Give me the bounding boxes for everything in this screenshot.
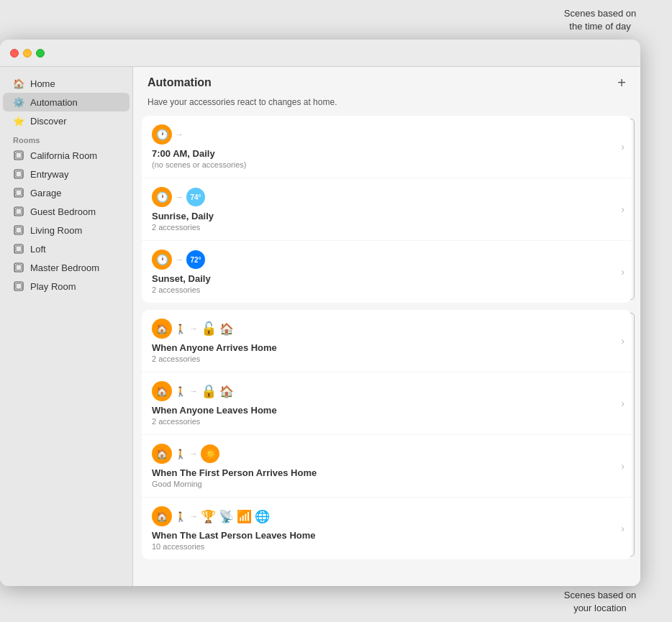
sidebar-item-living-room[interactable]: Living Room [3,221,130,239]
arrow-icon-5: → [189,386,198,396]
main-header: Automation + [133,67,640,96]
chevron-icon-2: › [621,203,625,215]
antenna-icon-2: 📶 [237,509,252,524]
temp-badge-74: 74° [186,188,205,206]
chevron-icon-4: › [621,335,625,347]
automation-item-sunrise[interactable]: 🕐 → 74° Sunrise, Daily 2 accessories › [142,178,632,240]
item-first-arrives-subtitle: Good Morning [152,480,610,488]
minimize-button[interactable] [23,49,32,58]
sidebar-item-play-room[interactable]: Play Room [3,277,130,296]
home-icon: 🏠 [13,78,24,89]
lamp-icon: 🏆 [201,509,216,524]
person-icon: 🚶 [175,324,186,334]
lock-icon: 🔓 [201,321,217,337]
close-button[interactable] [10,49,19,58]
sidebar-item-master-bedroom[interactable]: Master Bedroom [3,258,130,277]
automation-item-leaves[interactable]: 🏠 🚶 → 🔒 🏠 When Anyone Leaves Home 2 acce… [142,372,632,434]
chevron-icon-7: › [621,523,625,534]
arrow-icon-7: → [189,511,198,521]
sidebar-item-discover[interactable]: ⭐ Discover [3,111,130,130]
svg-rect-11 [16,246,22,252]
item-sunrise-subtitle: 2 accessories [152,223,610,232]
sidebar-item-loft[interactable]: Loft [3,239,130,258]
clock-trigger-icon: 🕐 [152,124,172,145]
house-person-icon-3: 🏠 [152,444,172,464]
automation-item-arrives[interactable]: 🏠 🚶 → 🔓 🏠 When Anyone Arrives Home 2 acc… [142,310,632,372]
item-first-arrives-title: When The First Person Arrives Home [152,467,610,478]
sidebar-item-garage[interactable]: Garage [3,183,130,202]
maximize-button[interactable] [36,49,45,58]
room-icon-play-room [13,280,24,292]
sidebar-label-play-room: Play Room [30,281,76,292]
sidebar-label-loft: Loft [30,244,46,255]
item-sunset-title: Sunset, Daily [152,273,610,284]
item-sunrise-icons: 🕐 → 74° [152,187,610,207]
item-first-arrives-icons: 🏠 🚶 → ☀️ [152,444,610,464]
svg-rect-7 [16,209,22,214]
svg-rect-1 [16,152,22,158]
page-title: Automation [147,76,212,89]
clock-trigger-icon-3: 🕐 [152,250,172,270]
svg-rect-3 [16,171,22,177]
item-sunrise-title: Sunrise, Daily [152,211,610,221]
automation-list: 🕐 → 7:00 AM, Daily (no scenes or accesso… [133,116,640,586]
sidebar-item-automation[interactable]: ⚙️ Automation [3,93,130,111]
arrow-icon-2: → [175,192,183,202]
svg-rect-13 [16,265,22,270]
item-sunset-subtitle: 2 accessories [152,285,610,294]
item-last-leaves-title: When The Last Person Leaves Home [152,530,610,541]
lock-icon-2: 🔒 [201,383,217,399]
room-icon-california [13,150,24,161]
item-7am-title: 7:00 AM, Daily [152,148,610,159]
sidebar-item-home[interactable]: 🏠 Home [3,74,130,93]
arrow-icon-3: → [175,255,183,265]
room-icon-guest-bedroom [13,206,24,217]
automation-icon: ⚙️ [13,96,24,108]
temp-badge-72: 72° [186,250,205,269]
main-panel: Automation + Have your accessories react… [133,67,640,586]
automation-item-first-arrives[interactable]: 🏠 🚶 → ☀️ When The First Person Arrives H… [142,435,632,497]
person-icon-4: 🚶 [175,511,186,522]
svg-rect-9 [16,227,22,233]
item-last-leaves-subtitle: 10 accessories [152,542,610,551]
antenna-icon-1: 📡 [219,509,234,524]
sidebar-label-home: Home [30,78,55,89]
automation-item-7am[interactable]: 🕐 → 7:00 AM, Daily (no scenes or accesso… [142,116,632,178]
svg-rect-5 [16,190,22,196]
sidebar-label-guest-bedroom: Guest Bedroom [30,206,96,217]
house-person-icon: 🏠 [152,319,172,339]
svg-rect-15 [16,283,22,289]
item-7am-icons: 🕐 → [152,124,610,145]
chevron-icon: › [621,141,625,152]
arrow-icon-4: → [189,324,198,334]
item-7am-subtitle: (no scenes or accessories) [152,160,610,169]
item-leaves-icons: 🏠 🚶 → 🔒 🏠 [152,381,610,401]
sidebar-label-master-bedroom: Master Bedroom [30,262,99,273]
subtitle: Have your accessories react to changes a… [133,96,640,116]
globe-icon: 🌐 [255,509,270,524]
sidebar-label-entryway: Entryway [30,169,68,180]
house-person-icon-2: 🏠 [152,381,172,401]
sidebar-label-california-room: California Room [30,150,97,161]
sidebar-item-guest-bedroom[interactable]: Guest Bedroom [3,202,130,221]
room-icon-garage [13,187,24,198]
chevron-icon-5: › [621,398,625,409]
chevron-icon-3: › [621,266,625,278]
sidebar-item-california-room[interactable]: California Room [3,146,130,165]
garage-icon-2: 🏠 [219,385,234,398]
garage-icon: 🏠 [219,322,234,336]
automation-item-sunset[interactable]: 🕐 → 72° Sunset, Daily 2 accessories › [142,241,632,303]
sidebar-label-garage: Garage [30,188,61,198]
annotation-bottom: Scenes based on your location [542,589,658,615]
sidebar-item-entryway[interactable]: Entryway [3,165,130,183]
rooms-section-header: Rooms [0,130,132,146]
item-leaves-title: When Anyone Leaves Home [152,405,610,416]
sidebar-label-discover: Discover [30,116,67,127]
arrow-icon: → [175,129,183,140]
arrow-icon-6: → [189,449,198,459]
item-sunset-icons: 🕐 → 72° [152,250,610,270]
room-icon-living-room [13,224,24,236]
add-button[interactable]: + [617,76,626,90]
automation-item-last-leaves[interactable]: 🏠 🚶 → 🏆 📡 📶 🌐 When The Last Person Leave… [142,498,632,559]
item-arrives-icons: 🏠 🚶 → 🔓 🏠 [152,319,610,339]
